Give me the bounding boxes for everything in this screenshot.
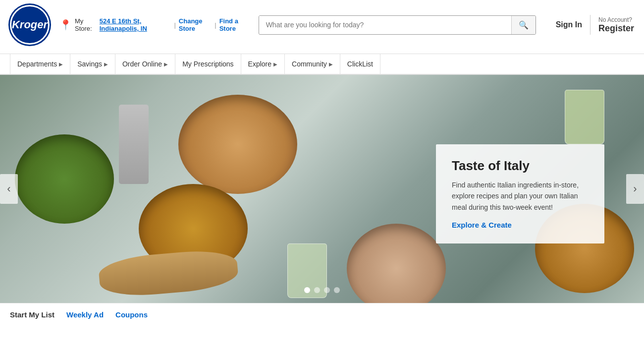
nav-explore-arrow: ▶ [273,61,277,67]
nav-clicklist[interactable]: ClickList [340,54,380,74]
nav-community-arrow: ▶ [329,61,333,67]
hero-cta-link[interactable]: Explore & Create [452,221,512,229]
food-glass-right [565,90,604,144]
nav-my-prescriptions[interactable]: My Prescriptions [175,54,241,74]
weekly-ad-link[interactable]: Weekly Ad [66,310,104,319]
location-pin-icon: 📍 [59,19,72,31]
carousel-dot-3[interactable] [324,287,330,293]
nav-bar: Departments ▶ Savings ▶ Order Online ▶ M… [0,54,644,75]
find-store-link[interactable]: Find a Store [219,17,249,32]
search-box: 🔍 [259,15,536,35]
nav-prescriptions-label: My Prescriptions [182,60,233,68]
hero-content-box: Taste of Italy Find authentic Italian in… [436,144,604,243]
hero-description: Find authentic Italian ingredients in-st… [452,180,589,213]
nav-departments[interactable]: Departments ▶ [10,54,70,74]
food-salad-bowl [15,134,114,224]
nav-departments-arrow: ▶ [59,61,63,67]
nav-savings[interactable]: Savings ▶ [70,54,115,74]
search-input[interactable] [259,16,511,34]
nav-savings-arrow: ▶ [104,61,108,67]
store-info: 📍 My Store: 524 E 16th St, Indianapolis,… [59,17,249,32]
header: Kroger 📍 My Store: 524 E 16th St, Indian… [0,0,644,54]
nav-savings-label: Savings [77,60,102,68]
nav-community-label: Community [292,60,327,68]
no-account-label: No Account? [598,16,634,23]
carousel-dot-1[interactable] [304,287,310,293]
sep2: | [215,21,216,29]
logo-text: Kroger [12,18,48,31]
food-bread [98,247,239,299]
nav-order-online-label: Order Online [122,60,162,68]
chevron-left-icon: ‹ [7,182,10,195]
nav-order-online[interactable]: Order Online ▶ [115,54,175,74]
auth-divider [590,15,590,35]
start-my-list-label: Start My List [10,310,54,319]
logo: Kroger [10,5,50,45]
nav-order-online-arrow: ▶ [164,61,168,67]
sign-in-button[interactable]: Sign In [556,20,582,29]
hero-title: Taste of Italy [452,158,589,174]
hero-banner: ‹ › Taste of Italy Find authentic Italia… [0,75,644,303]
food-grater [119,105,149,184]
nav-clicklist-label: ClickList [347,60,373,68]
search-area: 🔍 [259,15,536,35]
register-area: No Account? Register [598,16,634,34]
food-shrimp-plate [347,224,446,303]
nav-departments-label: Departments [17,60,57,68]
carousel-next-button[interactable]: › [626,174,644,204]
nav-explore[interactable]: Explore ▶ [241,54,285,74]
chevron-right-icon: › [633,182,637,195]
change-store-link[interactable]: Change Store [179,17,212,32]
sep1: | [174,21,175,29]
nav-explore-label: Explore [248,60,271,68]
register-button[interactable]: Register [598,23,634,34]
coupons-link[interactable]: Coupons [115,310,148,319]
search-button[interactable]: 🔍 [511,16,536,34]
logo-area: Kroger [10,5,50,45]
auth-area: Sign In No Account? Register [556,15,634,35]
store-label: My Store: [75,17,97,32]
carousel-dot-4[interactable] [334,287,340,293]
carousel-prev-button[interactable]: ‹ [0,174,18,204]
nav-community[interactable]: Community ▶ [285,54,340,74]
food-plate-top [178,95,297,194]
carousel-dots [304,287,340,293]
bottom-strip: Start My List Weekly Ad Coupons [0,303,644,326]
store-address-link[interactable]: 524 E 16th St, Indianapolis, IN [100,17,171,32]
carousel-dot-2[interactable] [314,287,320,293]
